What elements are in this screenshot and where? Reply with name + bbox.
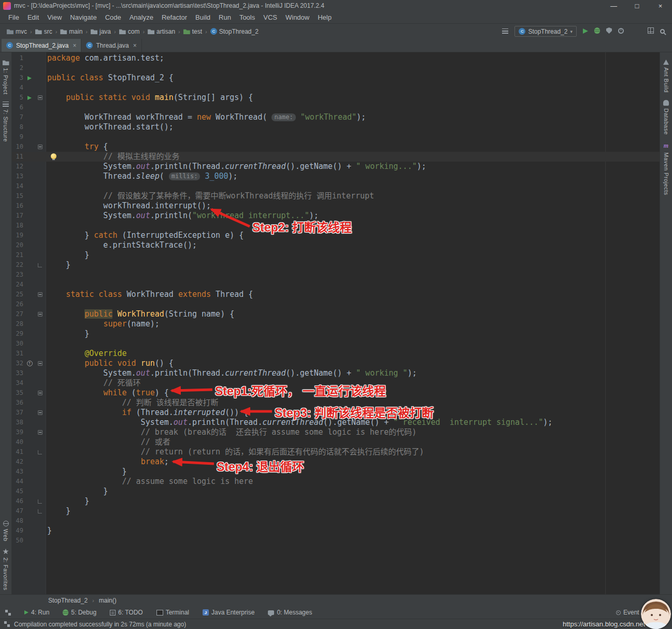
menu-item-analyze[interactable]: Analyze bbox=[125, 12, 158, 22]
code-text[interactable]: } bbox=[46, 506, 660, 516]
code-text[interactable]: } bbox=[46, 526, 660, 536]
code-line[interactable]: 21 } bbox=[12, 250, 660, 260]
line-number[interactable]: 39 bbox=[12, 427, 25, 437]
menu-item-refactor[interactable]: Refactor bbox=[158, 12, 191, 22]
profiler-button[interactable] bbox=[618, 28, 624, 35]
tool-stripe-button-1-project[interactable]: 1: Project bbox=[3, 60, 9, 94]
code-line[interactable]: 44 // assume some logic is here bbox=[12, 477, 660, 487]
code-line[interactable]: 16 workThread.interrupt(); bbox=[12, 201, 660, 211]
code-text[interactable]: public WorkThread(String name) { bbox=[46, 309, 660, 319]
menu-item-code[interactable]: Code bbox=[101, 12, 125, 22]
editor-breadcrumb-item-main[interactable]: main() bbox=[97, 596, 118, 605]
minimize-button[interactable]: — bbox=[602, 0, 625, 11]
menu-item-vcs[interactable]: VCS bbox=[259, 12, 281, 22]
line-number[interactable]: 24 bbox=[12, 280, 25, 290]
menu-item-window[interactable]: Window bbox=[281, 12, 313, 22]
toolwindow-switcher-icon[interactable] bbox=[4, 621, 10, 627]
code-text[interactable]: break; bbox=[46, 457, 660, 467]
code-text[interactable] bbox=[46, 299, 660, 309]
fold-icon[interactable] bbox=[38, 312, 42, 317]
menu-item-navigate[interactable]: Navigate bbox=[66, 12, 101, 22]
toolwindow-grid-button[interactable] bbox=[648, 27, 654, 35]
line-number[interactable]: 27 bbox=[12, 309, 25, 319]
line-number[interactable]: 22 bbox=[12, 260, 25, 270]
toolwindow-button-5-debug[interactable]: 5: Debug bbox=[63, 609, 96, 616]
code-line[interactable]: 12 System.out.println(Thread.currentThre… bbox=[12, 162, 660, 171]
code-text[interactable] bbox=[46, 181, 660, 191]
line-number[interactable]: 8 bbox=[12, 122, 25, 132]
code-line[interactable]: 29 } bbox=[12, 329, 660, 339]
code-text[interactable]: super(name); bbox=[46, 319, 660, 329]
line-number[interactable]: 50 bbox=[12, 536, 25, 546]
code-line[interactable]: 15 // 假设触发了某种条件，需要中断workThread线程的执行 调用in… bbox=[12, 191, 660, 201]
close-icon[interactable]: × bbox=[73, 42, 76, 49]
line-number[interactable]: 4 bbox=[12, 83, 25, 93]
fold-icon[interactable] bbox=[38, 292, 42, 297]
code-text[interactable] bbox=[46, 63, 660, 73]
editor[interactable]: 1package com.artisan.test;23public class… bbox=[12, 52, 660, 594]
run-config-selector[interactable]: CStopThread_2▾ bbox=[514, 26, 577, 37]
code-line[interactable]: 50 bbox=[12, 536, 660, 546]
search-button[interactable] bbox=[660, 28, 667, 35]
line-number[interactable]: 40 bbox=[12, 437, 25, 447]
code-text[interactable]: // 模拟主线程的业务 bbox=[46, 152, 660, 162]
toolwindow-button-0-messages[interactable]: 0: Messages bbox=[268, 609, 312, 616]
code-line[interactable]: 13 Thread.sleep( millis: 3_000); bbox=[12, 171, 660, 181]
line-number[interactable]: 12 bbox=[12, 162, 25, 171]
toolwindow-button-6-todo[interactable]: 6: TODO bbox=[110, 609, 143, 616]
tool-stripe-button-web[interactable]: Web bbox=[3, 521, 9, 541]
code-text[interactable]: } bbox=[46, 329, 660, 339]
tool-stripe-button-7-structure[interactable]: 7: Structure bbox=[3, 102, 9, 142]
line-number[interactable]: 3 bbox=[12, 73, 25, 83]
line-number[interactable]: 15 bbox=[12, 191, 25, 201]
line-number[interactable]: 42 bbox=[12, 457, 25, 467]
breadcrumb-item-main[interactable]: main bbox=[59, 27, 84, 36]
code-text[interactable]: } catch (InterruptedException e) { bbox=[46, 231, 660, 240]
line-number[interactable]: 28 bbox=[12, 319, 25, 329]
code-text[interactable]: workThread.interrupt(); bbox=[46, 201, 660, 211]
line-number[interactable]: 19 bbox=[12, 231, 25, 240]
code-line[interactable]: 27 public WorkThread(String name) { bbox=[12, 309, 660, 319]
line-number[interactable]: 31 bbox=[12, 349, 25, 359]
fold-icon[interactable] bbox=[38, 410, 42, 415]
code-line[interactable]: 11 // 模拟主线程的业务 bbox=[12, 152, 660, 162]
line-number[interactable]: 37 bbox=[12, 408, 25, 418]
line-number[interactable]: 36 bbox=[12, 398, 25, 408]
menu-item-build[interactable]: Build bbox=[191, 12, 215, 22]
code-line[interactable]: 41 // return (return 的话，如果有后面还有代码的话就不会执行… bbox=[12, 447, 660, 457]
code-line[interactable]: 5 public static void main(String[] args)… bbox=[12, 93, 660, 103]
code-text[interactable] bbox=[46, 516, 660, 526]
line-number[interactable]: 38 bbox=[12, 418, 25, 427]
code-text[interactable]: System.out.println(Thread.currentThread(… bbox=[46, 162, 660, 171]
code-text[interactable]: } bbox=[46, 487, 660, 496]
line-number[interactable]: 43 bbox=[12, 467, 25, 477]
code-text[interactable]: package com.artisan.test; bbox=[46, 53, 660, 63]
run-gutter-icon[interactable] bbox=[27, 76, 32, 80]
code-text[interactable]: workThread.start(); bbox=[46, 122, 660, 132]
breadcrumb-item-mvc[interactable]: mvc bbox=[5, 27, 28, 36]
breadcrumb-item-test[interactable]: test bbox=[182, 27, 204, 36]
code-text[interactable] bbox=[46, 280, 660, 290]
code-text[interactable] bbox=[46, 536, 660, 546]
line-number[interactable]: 26 bbox=[12, 299, 25, 309]
editor-breadcrumb-item-stopthread-2[interactable]: StopThread_2 bbox=[47, 596, 89, 605]
code-line[interactable]: 33 System.out.println(Thread.currentThre… bbox=[12, 368, 660, 378]
file-structure-button[interactable] bbox=[502, 28, 508, 35]
code-text[interactable]: // break (break的话 还会执行 assume some logic… bbox=[46, 427, 660, 437]
code-text[interactable]: public class StopThread_2 { bbox=[46, 73, 660, 83]
line-number[interactable]: 17 bbox=[12, 211, 25, 221]
line-number[interactable]: 11 bbox=[12, 152, 25, 162]
line-number[interactable]: 45 bbox=[12, 487, 25, 496]
line-number[interactable]: 5 bbox=[12, 93, 25, 103]
code-text[interactable]: System.out.println(Thread.currentThread(… bbox=[46, 368, 660, 378]
code-line[interactable]: 31 @Override bbox=[12, 349, 660, 359]
tool-stripe-button-ant-build[interactable]: Ant Build bbox=[663, 60, 669, 93]
breadcrumb-item-com[interactable]: com bbox=[118, 27, 141, 36]
code-line[interactable]: 2 bbox=[12, 63, 660, 73]
code-line[interactable]: 28 super(name); bbox=[12, 319, 660, 329]
code-line[interactable]: 46 } bbox=[12, 496, 660, 506]
coverage-button[interactable] bbox=[606, 27, 612, 35]
code-line[interactable]: 14 bbox=[12, 181, 660, 191]
menu-item-file[interactable]: File bbox=[4, 12, 23, 22]
code-text[interactable] bbox=[46, 221, 660, 231]
